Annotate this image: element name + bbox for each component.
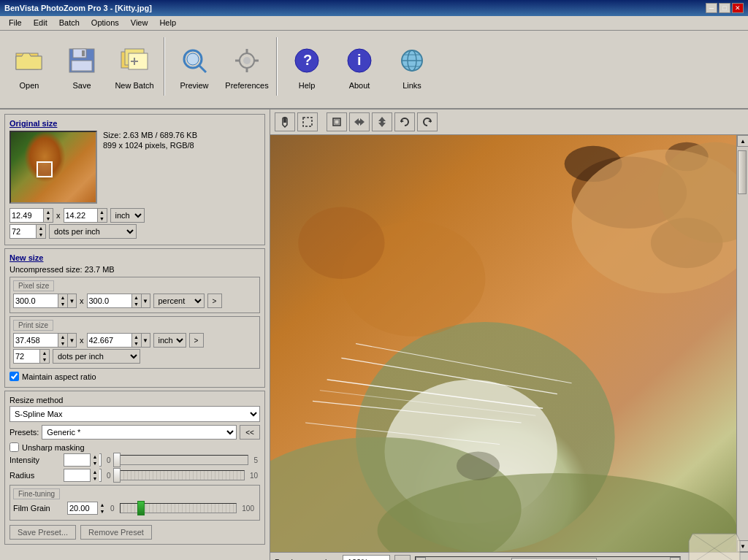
save-button[interactable]: Save [57,34,107,99]
print-dpi-up[interactable]: ▲ [40,350,49,356]
maintain-aspect-label[interactable]: Maintain aspect ratio [9,372,96,381]
presets-select[interactable]: Generic * Text/Line Art Portraits [42,425,237,440]
pixel-expand-btn[interactable]: > [207,294,222,308]
maintain-aspect-checkbox[interactable] [9,372,19,381]
radius-value-box[interactable]: ▲ ▼ [64,469,102,482]
scroll-thumb-v[interactable] [738,150,747,194]
film-grain-value-box[interactable]: ▲ ▼ [67,502,105,515]
menu-options[interactable]: Options [85,18,125,28]
pixel-height-extra[interactable]: ▼ [141,294,150,307]
print-expand-btn[interactable]: > [189,333,204,348]
radius-value[interactable] [64,469,90,481]
pixel-width-extra[interactable]: ▼ [67,294,76,307]
film-grain-up[interactable]: ▲ [98,502,107,508]
menu-view[interactable]: View [125,18,154,28]
rotate-ccw-button[interactable] [394,112,415,131]
zoom-select[interactable]: 100% 25% 50% 75% 150% 200% [343,555,390,560]
save-preset-button[interactable]: Save Preset... [9,525,76,540]
preview-button[interactable]: Preview [169,34,219,99]
menu-batch[interactable]: Batch [53,18,85,28]
intensity-down[interactable]: ▼ [91,460,99,467]
radius-down[interactable]: ▼ [91,475,99,482]
about-button[interactable]: i About [335,34,384,99]
print-width-extra[interactable]: ▼ [67,334,76,347]
radius-track[interactable] [116,470,245,480]
rotate-cw-button[interactable] [417,112,438,131]
print-dpi-value[interactable] [14,350,39,363]
film-grain-value[interactable] [68,502,97,514]
print-dpi-unit-select[interactable]: dots per inch [53,349,140,364]
help-button[interactable]: ? Help [282,34,332,99]
print-height-up[interactable]: ▲ [132,334,141,340]
minimize-button[interactable]: ─ [706,3,717,13]
menu-file[interactable]: File [3,18,28,28]
remove-preset-button[interactable]: Remove Preset [80,525,152,540]
unsharp-masking-checkbox[interactable] [9,442,19,452]
resize-method-select[interactable]: S-Spline Max S-Spline Bicubic [9,406,260,422]
original-width-input[interactable]: ▲ ▼ [9,208,53,223]
print-height-down[interactable]: ▼ [132,340,141,347]
print-width-input[interactable]: ▲ ▼ ▼ [13,333,77,348]
original-dpi-value[interactable] [10,225,36,238]
preview-image[interactable] [270,135,736,552]
pixel-height-down[interactable]: ▼ [132,301,141,307]
open-button[interactable]: Open [4,34,54,99]
scroll-left-button[interactable]: ◄ [416,557,426,560]
original-width-down[interactable]: ▼ [44,215,53,222]
intensity-up[interactable]: ▲ [91,453,99,460]
intensity-track[interactable] [116,455,249,465]
film-grain-thumb[interactable] [137,501,145,515]
original-width-up[interactable]: ▲ [44,209,53,215]
original-dpi-input[interactable]: ▲ ▼ [9,224,46,239]
print-width-down[interactable]: ▼ [58,340,67,347]
original-height-input[interactable]: ▲ ▼ [64,208,107,223]
pixel-height-input[interactable]: ▲ ▼ ▼ [87,294,150,308]
original-unit-select[interactable]: inch [110,208,145,223]
print-dpi-input[interactable]: ▲ ▼ [13,349,50,364]
flip-horizontal-button[interactable] [349,112,370,131]
new-batch-button[interactable]: New Batch [110,34,159,99]
original-height-down[interactable]: ▼ [98,215,107,222]
pixel-width-up[interactable]: ▲ [58,294,67,301]
film-grain-track[interactable] [120,503,237,513]
original-height-value[interactable] [64,209,97,222]
menu-help[interactable]: Help [153,18,182,28]
print-height-input[interactable]: ▲ ▼ ▼ [87,333,150,348]
print-dpi-down[interactable]: ▼ [40,356,49,363]
scroll-track-v[interactable] [737,147,748,540]
intensity-thumb[interactable] [113,453,121,467]
print-width-up[interactable]: ▲ [58,334,67,340]
maximize-button[interactable]: □ [719,3,730,13]
crop-tool-button[interactable] [327,112,347,131]
intensity-value[interactable] [64,454,90,466]
print-width-value[interactable] [14,334,58,347]
marquee-tool-button[interactable] [297,112,318,131]
original-dpi-down[interactable]: ▼ [37,231,45,238]
presets-expand-btn[interactable]: << [240,425,260,440]
original-height-up[interactable]: ▲ [98,209,107,215]
close-button[interactable]: ✕ [732,3,744,13]
scroll-up-button[interactable]: ▲ [737,135,748,147]
print-unit-select[interactable]: inch cm [153,333,186,348]
preferences-button[interactable]: Preferences [222,34,272,99]
pixel-width-value[interactable] [14,294,58,307]
scroll-right-button[interactable]: ► [670,557,680,560]
zoom-back-button[interactable]: ◄ [394,555,411,560]
menu-edit[interactable]: Edit [28,18,53,28]
print-height-extra[interactable]: ▼ [141,334,150,347]
print-height-value[interactable] [88,334,131,347]
radius-up[interactable]: ▲ [91,469,99,475]
unsharp-masking-label[interactable]: Unsharp masking [9,442,85,452]
intensity-value-box[interactable]: ▲ ▼ [64,453,102,467]
pixel-width-input[interactable]: ▲ ▼ ▼ [13,294,77,308]
radius-thumb[interactable] [113,468,121,483]
original-width-value[interactable] [10,209,43,222]
horizontal-scrollbar[interactable]: ◄ ► [415,556,681,560]
flip-vertical-button[interactable] [372,112,392,131]
hand-tool-button[interactable] [275,112,295,131]
pixel-height-up[interactable]: ▲ [132,294,141,301]
pixel-unit-select[interactable]: percent pixels [153,294,205,308]
pixel-height-value[interactable] [88,294,131,307]
original-dpi-unit-select[interactable]: dots per inch [49,224,137,239]
links-button[interactable]: Links [387,34,437,99]
